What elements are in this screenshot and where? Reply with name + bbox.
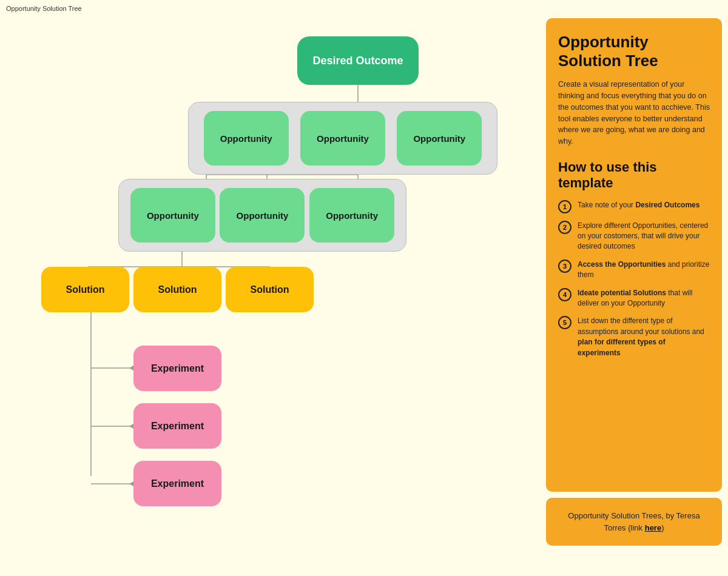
panel-main-title: Opportunity Solution Tree: [558, 33, 710, 70]
step-item-5: 5 List down the different type of assump…: [558, 316, 710, 358]
solution-node-2[interactable]: Solution: [133, 267, 221, 312]
app-title: Opportunity Solution Tree: [6, 5, 82, 12]
footer-card: Opportunity Solution Trees, by Teresa To…: [546, 498, 722, 546]
opportunity-node-l2-1[interactable]: Opportunity: [130, 188, 215, 243]
solution-node-3[interactable]: Solution: [226, 267, 314, 312]
svg-marker-15: [129, 424, 133, 429]
experiment-node-1[interactable]: Experiment: [133, 346, 221, 391]
step-num-3: 3: [558, 260, 571, 273]
solution-node-1[interactable]: Solution: [41, 267, 129, 312]
step-text-5: List down the different type of assumpti…: [578, 316, 710, 358]
opportunity-node-l1-3[interactable]: Opportunity: [397, 111, 482, 166]
desired-outcome-label: Desired Outcome: [312, 55, 403, 67]
svg-marker-14: [129, 366, 133, 370]
step-item-3: 3 Access the Opportunities and prioritiz…: [558, 260, 710, 281]
opportunity-node-l2-3[interactable]: Opportunity: [309, 188, 394, 243]
opportunity-node-l1-1[interactable]: Opportunity: [204, 111, 289, 166]
step-text-3: Access the Opportunities and prioritize …: [578, 260, 710, 281]
svg-marker-16: [129, 481, 133, 486]
step-num-1: 1: [558, 200, 571, 213]
level2-container: Opportunity Opportunity Opportunity: [118, 179, 406, 252]
step-num-4: 4: [558, 288, 571, 301]
opportunity-node-l1-2[interactable]: Opportunity: [300, 111, 385, 166]
step-text-4: Ideate potential Solutions that will del…: [578, 288, 710, 309]
right-panel: Opportunity Solution Tree Create a visua…: [546, 18, 722, 546]
info-card: Opportunity Solution Tree Create a visua…: [546, 18, 722, 492]
step-item-4: 4 Ideate potential Solutions that will d…: [558, 288, 710, 309]
step-item-2: 2 Explore different Opportunities, cente…: [558, 221, 710, 252]
step-text-1: Take note of your Desired Outcomes: [578, 200, 699, 210]
step-num-5: 5: [558, 316, 571, 329]
level1-container: Opportunity Opportunity Opportunity: [188, 102, 497, 175]
how-to-title: How to use this template: [558, 159, 710, 192]
step-item-1: 1 Take note of your Desired Outcomes: [558, 200, 710, 213]
opportunity-node-l2-2[interactable]: Opportunity: [220, 188, 305, 243]
footer-link[interactable]: here: [645, 523, 661, 532]
step-num-2: 2: [558, 221, 571, 234]
step-text-2: Explore different Opportunities, centere…: [578, 221, 710, 252]
experiment-node-3[interactable]: Experiment: [133, 461, 221, 506]
footer-text: Opportunity Solution Trees, by Teresa To…: [568, 511, 699, 532]
panel-description: Create a visual representation of your t…: [558, 79, 710, 147]
experiment-node-2[interactable]: Experiment: [133, 403, 221, 449]
desired-outcome-node[interactable]: Desired Outcome: [297, 36, 419, 85]
